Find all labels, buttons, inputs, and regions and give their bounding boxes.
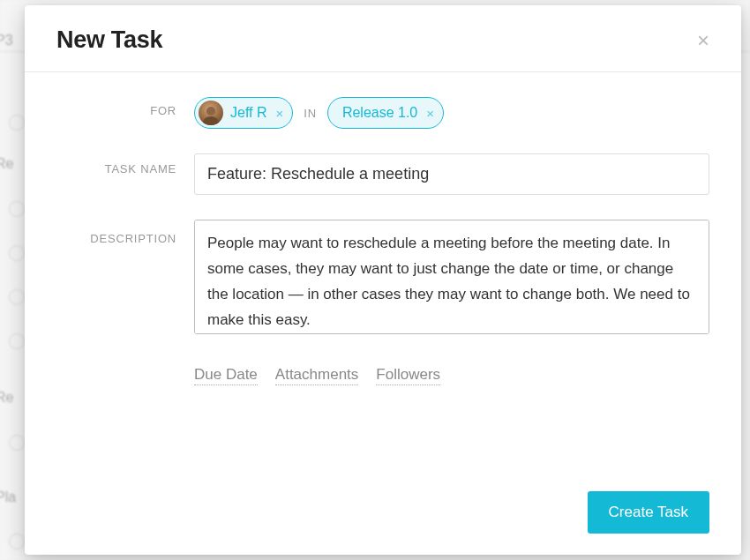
modal-header: New Task ×: [25, 5, 741, 72]
task-name-row: TASK NAME: [56, 153, 709, 195]
bg-label: Pla: [0, 489, 16, 505]
bg-label: Re: [0, 156, 13, 172]
remove-assignee-icon[interactable]: ×: [276, 106, 284, 121]
modal-body: FOR Jeff R × IN Release 1.0 × TASK NAME: [25, 72, 741, 403]
description-row: DESCRIPTION: [56, 220, 709, 334]
modal-footer: Create Task: [25, 474, 741, 555]
new-task-modal: New Task × FOR Jeff R × IN Release 1.0 ×: [25, 5, 741, 555]
create-task-button[interactable]: Create Task: [588, 491, 709, 534]
assignee-row: FOR Jeff R × IN Release 1.0 ×: [56, 97, 709, 129]
assignee-chip[interactable]: Jeff R ×: [194, 97, 293, 129]
bg-label: Re: [0, 390, 13, 406]
project-name: Release 1.0: [342, 105, 417, 121]
for-content: Jeff R × IN Release 1.0 ×: [194, 97, 709, 129]
followers-link[interactable]: Followers: [376, 366, 440, 385]
avatar: [199, 101, 223, 125]
bg-label: P3: [0, 33, 13, 49]
remove-project-icon[interactable]: ×: [426, 106, 434, 121]
task-name-content: [194, 153, 709, 195]
description-label: DESCRIPTION: [56, 220, 194, 245]
for-label: FOR: [56, 97, 194, 117]
assignee-name: Jeff R: [230, 105, 267, 121]
due-date-link[interactable]: Due Date: [194, 366, 258, 385]
modal-title: New Task: [56, 26, 162, 54]
close-button[interactable]: ×: [697, 30, 709, 51]
attachments-link[interactable]: Attachments: [275, 366, 359, 385]
extra-links-row: Due Date Attachments Followers: [194, 366, 709, 385]
in-label: IN: [304, 107, 317, 120]
description-input[interactable]: [194, 220, 709, 334]
project-chip[interactable]: Release 1.0 ×: [327, 97, 444, 129]
task-name-label: TASK NAME: [56, 153, 194, 175]
description-content: [194, 220, 709, 334]
close-icon: ×: [697, 28, 709, 52]
task-name-input[interactable]: [194, 153, 709, 195]
